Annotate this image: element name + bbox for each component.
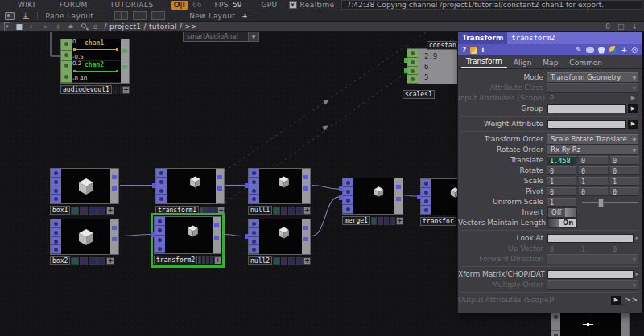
param-number-field[interactable]: 0 xyxy=(547,166,576,175)
node-name-label[interactable]: box1 xyxy=(50,206,70,215)
node-tool-icon[interactable] xyxy=(155,217,165,226)
layout-preset-split-icon[interactable] xyxy=(114,11,128,20)
node-flag-icon[interactable] xyxy=(288,207,295,215)
node-flag-icon[interactable] xyxy=(198,256,201,264)
node-flag-icon[interactable] xyxy=(113,86,114,94)
node-tool-icon[interactable] xyxy=(249,219,259,228)
output-connector[interactable] xyxy=(214,236,219,240)
bookmark-star-icon[interactable]: ★ xyxy=(68,23,74,31)
node-tool-icon[interactable] xyxy=(156,178,167,186)
node-tool-icon[interactable] xyxy=(155,236,165,244)
node-flag-icon[interactable] xyxy=(80,257,88,265)
node-tool-icon[interactable] xyxy=(407,58,418,67)
input-connector[interactable] xyxy=(417,195,421,199)
node-flag-icon[interactable] xyxy=(208,207,213,215)
node-audiodevout1[interactable]: chan10-0.5chan20.2-0.40audiodevout1+ xyxy=(60,39,130,94)
node-tool-icon[interactable] xyxy=(407,75,418,84)
node-tool-icon[interactable] xyxy=(421,188,431,197)
node-flag-icon[interactable] xyxy=(281,207,288,215)
output-connector[interactable] xyxy=(217,186,222,191)
expand-arrow-button[interactable]: ▶ xyxy=(628,120,638,129)
output-connector[interactable] xyxy=(112,226,117,230)
param-number-field[interactable]: 0 xyxy=(610,244,639,253)
node-tool-icon[interactable] xyxy=(407,67,418,76)
add-layout-button[interactable]: + xyxy=(242,12,248,20)
output-connector[interactable] xyxy=(112,175,117,179)
node-null1[interactable]: null1+ xyxy=(248,168,311,215)
scope-value[interactable]: P xyxy=(547,94,626,102)
node-flag-icon[interactable] xyxy=(296,257,303,265)
python-toggle-icon[interactable] xyxy=(609,46,617,54)
node-tool-icon[interactable] xyxy=(249,237,259,246)
add-parameter-icon[interactable]: + xyxy=(621,46,628,54)
expand-arrow-button[interactable]: ▶ xyxy=(628,94,638,103)
node-tool-icon[interactable] xyxy=(61,39,72,51)
node-flag-icon[interactable] xyxy=(120,86,122,94)
node-flag-icon[interactable] xyxy=(213,207,217,215)
dialog-title-bar[interactable]: Transform transform2 xyxy=(458,32,642,44)
expand-arrow-button[interactable]: ▶ xyxy=(628,104,638,113)
pane-type-dropdown-icon[interactable]: ▾ xyxy=(4,22,10,31)
node-tool-icon[interactable] xyxy=(343,196,353,205)
node-flag-icon[interactable] xyxy=(71,257,79,265)
node-tool-icon[interactable] xyxy=(421,179,431,188)
overlay-dropdown[interactable]: smartAudioAnal ▼ xyxy=(183,31,259,42)
slider-handle[interactable] xyxy=(598,199,604,207)
param-dropdown[interactable]: ▼ xyxy=(547,280,638,290)
node-tool-icon[interactable] xyxy=(249,186,259,195)
info-icon[interactable]: i xyxy=(481,46,484,54)
param-number-field[interactable]: 1 xyxy=(579,244,608,253)
output-connector[interactable] xyxy=(214,223,219,227)
param-text-field[interactable] xyxy=(547,270,634,279)
node-tool-icon[interactable] xyxy=(343,187,353,196)
input-connector[interactable] xyxy=(339,195,343,200)
node-tool-icon[interactable] xyxy=(51,195,61,203)
node-tool-icon[interactable] xyxy=(155,226,165,235)
add-flag-icon[interactable]: + xyxy=(106,257,114,265)
export-icon[interactable]: ↓ xyxy=(23,12,29,19)
node-flag-icon[interactable] xyxy=(115,86,117,94)
node-tool-icon[interactable] xyxy=(249,228,259,237)
node-flag-icon[interactable] xyxy=(89,207,97,215)
node-name-label[interactable]: null1 xyxy=(248,206,272,215)
input-connector[interactable] xyxy=(152,183,156,188)
node-transform2[interactable]: transform2+ xyxy=(154,216,221,264)
param-slider[interactable] xyxy=(582,202,638,203)
node-tool-icon[interactable] xyxy=(51,237,61,246)
node-flag-icon[interactable] xyxy=(206,256,209,264)
param-number-field[interactable]: 0 xyxy=(547,244,576,253)
output-connector[interactable] xyxy=(303,226,308,230)
menu-wiki[interactable]: WIKI xyxy=(18,1,35,9)
param-number-field[interactable]: 0 xyxy=(610,156,639,165)
input-connector[interactable] xyxy=(245,234,249,239)
node-null2[interactable]: null2+ xyxy=(248,219,311,265)
tab-common[interactable]: Common xyxy=(564,59,607,68)
node-name-label[interactable]: transfor xyxy=(420,217,456,226)
layout-preset-grid-icon[interactable] xyxy=(133,11,147,20)
input-connector[interactable] xyxy=(339,186,343,191)
menu-tutorials[interactable]: TUTORIALS xyxy=(110,1,154,9)
param-number-field[interactable]: 1 xyxy=(547,177,576,186)
output-connector[interactable] xyxy=(112,237,117,241)
param-number-field[interactable]: 0 xyxy=(610,166,639,175)
collapse-pane-icon[interactable]: ↓ xyxy=(631,23,638,31)
node-tool-icon[interactable] xyxy=(61,61,72,72)
node-name-label[interactable]: merge1 xyxy=(342,216,370,225)
expand-arrow-button[interactable]: ▶ xyxy=(611,296,621,305)
node-flag-icon[interactable] xyxy=(80,207,88,215)
add-flag-icon[interactable]: + xyxy=(396,217,403,225)
node-flag-icon[interactable] xyxy=(390,217,395,225)
param-text-field[interactable] xyxy=(547,104,626,113)
input-connector[interactable] xyxy=(404,58,408,63)
node-tool-icon[interactable] xyxy=(51,169,61,178)
output-connector[interactable] xyxy=(396,197,401,201)
split-pane-icon[interactable]: □ xyxy=(617,23,625,31)
add-flag-icon[interactable]: + xyxy=(303,207,311,215)
back-icon[interactable]: ← xyxy=(30,23,36,31)
node-flag-icon[interactable] xyxy=(204,207,208,215)
param-number-field[interactable]: 1 xyxy=(547,198,576,207)
param-number-field[interactable]: 0 xyxy=(579,187,608,196)
node-tool-icon[interactable] xyxy=(51,219,61,228)
node-flag-icon[interactable] xyxy=(371,217,377,225)
menu-forum[interactable]: FORUM xyxy=(60,1,88,9)
